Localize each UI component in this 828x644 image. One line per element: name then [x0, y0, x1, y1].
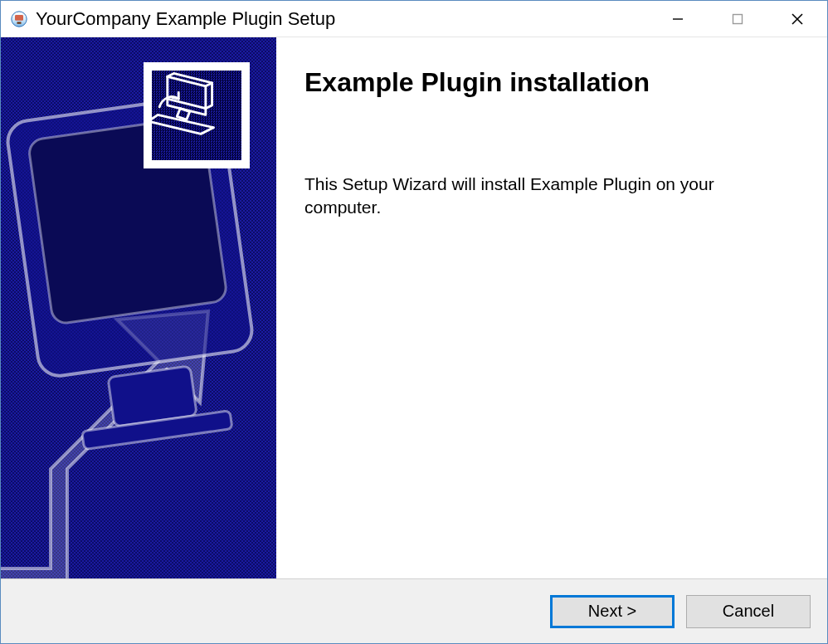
- wizard-banner: [1, 37, 276, 578]
- banner-computer-icon: [152, 71, 241, 160]
- wizard-content: Example Plugin installation This Setup W…: [276, 37, 827, 578]
- svg-rect-2: [17, 22, 22, 24]
- next-button[interactable]: Next >: [550, 595, 675, 628]
- wizard-footer: Next > Cancel: [1, 578, 827, 643]
- client-area: Example Plugin installation This Setup W…: [1, 37, 827, 578]
- cancel-button[interactable]: Cancel: [686, 595, 811, 628]
- titlebar: YourCompany Example Plugin Setup: [1, 1, 827, 37]
- close-button[interactable]: [767, 1, 827, 37]
- maximize-button: [708, 1, 767, 37]
- window-controls: [648, 1, 827, 37]
- minimize-button[interactable]: [648, 1, 708, 37]
- banner-icon-box: [144, 62, 250, 168]
- page-description: This Setup Wizard will install Example P…: [304, 173, 769, 220]
- window-title: YourCompany Example Plugin Setup: [36, 8, 648, 30]
- page-heading: Example Plugin installation: [304, 67, 799, 98]
- installer-icon: [9, 9, 29, 29]
- svg-rect-4: [733, 14, 743, 23]
- svg-rect-1: [15, 15, 23, 21]
